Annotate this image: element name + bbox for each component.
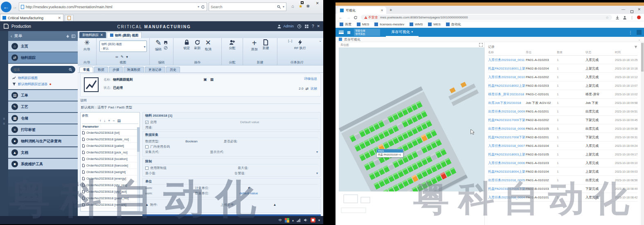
new-tab-plus[interactable]: +: [390, 7, 392, 12]
ime-language[interactable]: 中: [279, 218, 282, 223]
log-task-link[interactable]: 出库任务20231018_0008: [488, 126, 526, 131]
doc-tab-new-tracking[interactable]: 新物料跟踪✕: [79, 32, 106, 38]
url-field[interactable]: ▾: [19, 2, 207, 11]
not-secure-warning[interactable]: 不安全: [364, 15, 378, 20]
header-dots-icon[interactable]: ⋮: [628, 30, 633, 35]
logout-close-icon[interactable]: ✕: [317, 24, 320, 28]
upload-icon[interactable]: ▲: [145, 203, 149, 207]
log-task-link[interactable]: 出库任务20231018_0009: [488, 109, 526, 114]
bookmark-item[interactable]: 自动化: [446, 22, 461, 27]
log-row[interactable]: 入库任务20231018_0011 PA01-A-010203 1 入库完成 2…: [488, 56, 637, 64]
tray-expand-icon[interactable]: ▴: [292, 218, 294, 222]
windows-taskbar[interactable]: 中 ▴ ▾: [0, 216, 323, 224]
enable-checkbox[interactable]: ✓: [145, 121, 149, 124]
edit-button[interactable]: ✎编辑: [155, 39, 162, 52]
crumb-refresh-icon[interactable]: ⌄: [638, 38, 641, 41]
log-task-link[interactable]: 托盘PA20231018004上架: [488, 169, 526, 174]
url-input[interactable]: [26, 5, 196, 9]
sidebar-search-icon[interactable]: [69, 68, 72, 72]
default-value-link[interactable]: default value: [239, 191, 258, 195]
log-task-link[interactable]: 托盘PA20231017005下架: [488, 187, 526, 191]
new-doc-button[interactable]: 新建: [263, 39, 269, 50]
header-corner-icon[interactable]: [637, 30, 642, 35]
refresh-button[interactable]: 刷新: [194, 39, 201, 50]
sidebar-search-input[interactable]: [14, 68, 67, 72]
rf-execute-button[interactable]: RF 执行: [294, 39, 306, 50]
url-dropdown-icon[interactable]: ▾: [198, 5, 199, 9]
page-tab[interactable]: 常规: [79, 67, 93, 72]
log-row[interactable]: 托盘PA20231018003上架 PA02-B-010105 1 上架完成 2…: [488, 150, 637, 159]
tab-close-icon[interactable]: ✕: [58, 16, 61, 20]
reload-icon[interactable]: [354, 16, 358, 20]
combo-caret-icon[interactable]: ▾: [144, 45, 145, 49]
parameter-row[interactable]: OrderNo20230618 [location]: [82, 156, 138, 162]
search-field[interactable]: ▾: [209, 2, 286, 11]
doc-tab-tracking-view[interactable]: 物料 (跟踪) 视图: [107, 32, 142, 38]
save-icon[interactable]: [164, 40, 168, 45]
assign-button[interactable]: 分配: [229, 39, 236, 50]
log-task-link[interactable]: 托盘PA20231018001上架: [488, 66, 526, 71]
parameter-row[interactable]: OrderNo20230618 [qty_act]: [82, 189, 138, 195]
url-text[interactable]: mes.yuekeauto.com:8080/3d/wms/pages/1001…: [380, 16, 603, 19]
log-row[interactable]: 托盘PA20231018002上架 PA02-B-010203 1 上架完成 2…: [488, 81, 637, 90]
minimize-button[interactable]: —: [621, 7, 625, 11]
log-task-link[interactable]: 入库任务20231018_0007: [488, 144, 526, 148]
page-scrollbar[interactable]: [641, 42, 644, 225]
log-row[interactable]: 入库任务20231018_0010 PA01-A-010202 1 入库完成 2…: [488, 73, 637, 81]
user-name[interactable]: Admin: [283, 24, 294, 28]
settings-gear-icon[interactable]: ✱: [306, 4, 310, 9]
network-icon[interactable]: [297, 218, 301, 222]
tray-caret-icon[interactable]: ▾: [318, 218, 320, 222]
nav-tab-inventory-viz[interactable]: 库存可视化 ▾: [386, 28, 419, 37]
menu-dots-icon[interactable]: ⋮: [630, 16, 634, 20]
add-button[interactable]: +添加: [251, 39, 258, 52]
sidebar-item[interactable]: ✎ 工艺: [8, 101, 78, 112]
bookmark-item[interactable]: 百度: [340, 22, 351, 27]
log-col-header[interactable]: 状态: [585, 50, 615, 54]
bookmark-item[interactable]: licenses-mesdev: [374, 22, 404, 26]
barcode-checkbox[interactable]: [145, 145, 149, 148]
forward-arrow-icon[interactable]: →: [346, 15, 350, 20]
parameter-row[interactable]: OrderNo20230618 [remark]: [82, 202, 138, 208]
bookmark-item[interactable]: WMS: [410, 22, 423, 26]
log-task-link[interactable]: 入库任务20231018_0004: [488, 195, 526, 200]
apps-grid-icon[interactable]: [304, 24, 309, 29]
display-mode-caret-icon[interactable]: ▾: [316, 150, 318, 154]
log-row[interactable]: 托盘PA20231018001上架 PA02-B-010204 1 上架完成 2…: [488, 64, 637, 73]
log-row[interactable]: 出库Job下发20231018 Job 下发 AGV-02 1 Job 下发 2…: [488, 99, 637, 107]
view-combobox[interactable]: 物料 (跟踪) 视图 - 默认 ▾: [99, 40, 147, 52]
log-task-link[interactable]: 入库任务20231018_0006: [488, 161, 526, 165]
parameters-scrollbar[interactable]: [137, 127, 140, 211]
pin-icon[interactable]: [66, 34, 70, 38]
log-col-header[interactable]: 数量: [557, 50, 585, 54]
back-arrow-icon[interactable]: ←: [339, 15, 343, 20]
page-tab[interactable]: 步骤: [109, 67, 123, 72]
sidebar-item[interactable]: ⌂ 主页: [8, 41, 78, 52]
home-icon[interactable]: ⌂: [291, 4, 294, 9]
log-task-link[interactable]: 托盘PA20231018003上架: [488, 152, 526, 157]
log-row[interactable]: 入库任务20231018_0004 PA01-A-010101 1 入库完成 2…: [488, 193, 637, 202]
tab-visualization[interactable]: 可视化 ✕: [337, 7, 386, 14]
panel-icon[interactable]: [72, 34, 75, 38]
notification-badge[interactable]: [637, 16, 641, 19]
parameter-row[interactable]: OrderNo20230618 [qty_req]: [82, 182, 138, 189]
warehouse-3d-canvas[interactable]: PA01 托盘 PA20231018 ×1: [339, 47, 484, 225]
parameters-toolbar[interactable]: ↑↓+−▤: [82, 118, 138, 124]
log-row[interactable]: 托盘PA20231018004上架 PA02-B-010104 1 上架完成 2…: [488, 167, 637, 176]
cancel-button[interactable]: ✕取消: [205, 39, 212, 52]
bookmark-item[interactable]: MES: [428, 22, 440, 26]
parameters-column-header[interactable]: Parameter: [82, 124, 138, 130]
back-button[interactable]: ←: [1, 2, 11, 12]
log-task-link[interactable]: 托盘PA20231017009下架: [488, 118, 526, 122]
bookmark-star-icon[interactable]: ☆: [606, 16, 609, 20]
address-field[interactable]: 不安全 mes.yuekeauto.com:8080/3d/wms/pages/…: [361, 15, 612, 20]
log-task-link[interactable]: 入库任务20231018_0010: [488, 75, 526, 79]
limits-checkbox[interactable]: [145, 166, 149, 170]
log-row[interactable]: 移库任务_异常20231018 PA03-C-020101 1 移库-异常 20…: [488, 90, 637, 99]
log-row[interactable]: 出库任务20231018_0008 PA01-A-010105 1 出库完成 2…: [488, 124, 637, 133]
ime-color-icon[interactable]: [285, 218, 289, 223]
history-clock-icon[interactable]: [297, 24, 302, 29]
scrollbar-thumb[interactable]: [641, 43, 644, 72]
log-row[interactable]: 托盘PA20231017005下架 PA02-B-010103 1 下架完成 2…: [488, 184, 637, 193]
magnifier-icon[interactable]: [277, 5, 281, 9]
